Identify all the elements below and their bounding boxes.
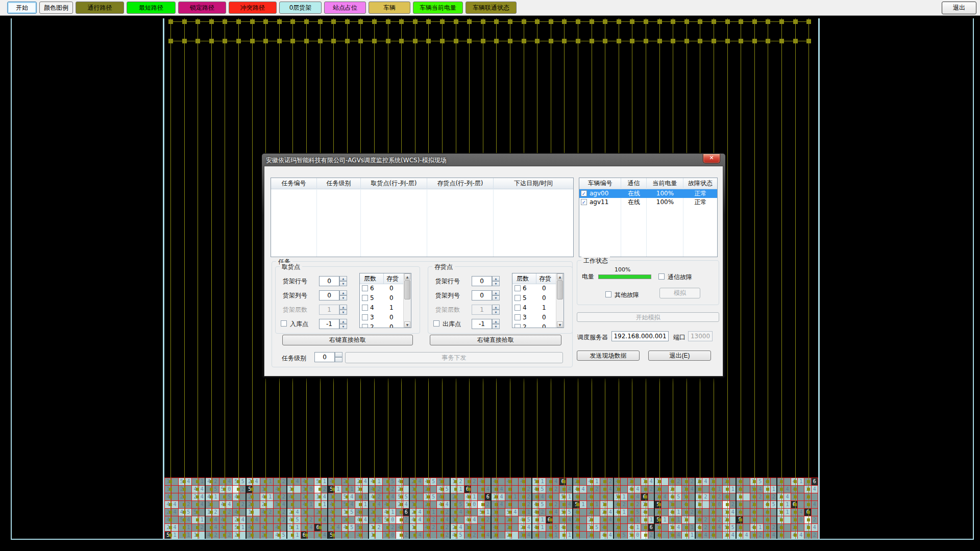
storage-cell[interactable]	[662, 478, 668, 485]
storage-cell[interactable]: 5	[553, 524, 559, 531]
storage-cell[interactable]: 2	[471, 478, 477, 485]
storage-cell[interactable]	[812, 493, 818, 500]
storage-cell[interactable]: 4	[798, 532, 804, 539]
storage-cell[interactable]	[430, 532, 436, 539]
storage-cell[interactable]: 2	[812, 516, 818, 523]
storage-cell[interactable]	[634, 478, 641, 485]
task-table-header-4[interactable]: 存货点(行-列-层)	[427, 178, 494, 189]
storage-cell[interactable]	[416, 524, 423, 531]
storage-cell[interactable]: 4	[716, 524, 722, 531]
storage-cell[interactable]	[743, 493, 749, 500]
shelf-data-grid[interactable]: 1541424552412445142244154244551224444514…	[164, 478, 818, 539]
storage-cell[interactable]	[675, 501, 681, 508]
storage-cell[interactable]	[784, 524, 790, 531]
storage-cell[interactable]: 4	[457, 509, 463, 516]
storage-cell[interactable]: 1	[294, 524, 300, 531]
storage-cell[interactable]: 2	[389, 524, 396, 531]
spin-up-icon[interactable]: ▲	[492, 276, 500, 281]
storage-cell[interactable]: 5	[539, 501, 545, 508]
storage-cell[interactable]	[716, 509, 722, 516]
storage-cell[interactable]	[784, 532, 790, 539]
pickup-list-row-4[interactable]: 41	[360, 303, 404, 313]
storage-cell[interactable]: 4	[553, 478, 559, 485]
storage-cell[interactable]: 4	[416, 516, 423, 523]
start-simulation-button[interactable]: 开始模拟	[577, 312, 719, 322]
storage-cell[interactable]: 1	[784, 501, 790, 508]
storage-cell[interactable]: 5	[226, 493, 232, 500]
storage-cell[interactable]	[743, 524, 749, 531]
storage-cell[interactable]: 1	[430, 509, 436, 516]
storage-cell[interactable]: 1	[376, 478, 382, 485]
storage-cell[interactable]: 1	[594, 478, 600, 485]
storage-cell[interactable]: 1	[349, 486, 355, 493]
storage-cell[interactable]: 2	[457, 478, 463, 485]
toolbar-button-11[interactable]: 车辆联通状态	[465, 2, 517, 14]
vehicle-table-header-3[interactable]: 当前电量	[647, 178, 683, 189]
storage-cell[interactable]	[267, 486, 273, 493]
other-fault-checkbox[interactable]	[605, 291, 611, 297]
toolbar-button-7[interactable]: 0层货架	[279, 2, 322, 14]
storage-cell[interactable]: 5	[634, 509, 641, 516]
storage-cell[interactable]: 2	[702, 524, 708, 531]
storage-cell[interactable]	[172, 493, 178, 500]
storage-cell[interactable]	[757, 516, 763, 523]
storage-cell[interactable]: 1	[675, 509, 681, 516]
storage-cell[interactable]: 5	[621, 532, 627, 539]
task-table-header-1[interactable]: 任务编号	[271, 178, 317, 189]
storage-cell[interactable]: 2	[430, 516, 436, 523]
storage-cell[interactable]: 2	[812, 532, 818, 539]
storage-cell[interactable]: 1	[594, 501, 600, 508]
storage-cell[interactable]	[594, 493, 600, 500]
spin-up-icon[interactable]	[335, 352, 342, 357]
storage-cell[interactable]: 1	[512, 493, 518, 500]
layer-checkbox[interactable]	[514, 314, 521, 320]
storage-cell[interactable]	[376, 532, 382, 539]
storage-cell[interactable]	[743, 501, 749, 508]
storage-cell[interactable]	[512, 501, 518, 508]
toolbar-button-2[interactable]: 颜色图例	[39, 2, 73, 14]
storage-cell[interactable]	[757, 501, 763, 508]
storage-cell[interactable]: 5	[757, 478, 763, 485]
storage-cell[interactable]: 4	[185, 478, 191, 485]
layer-checkbox[interactable]	[514, 285, 521, 291]
port-input[interactable]: 13000	[688, 331, 713, 341]
storage-cell[interactable]: 2	[376, 524, 382, 531]
storage-cell[interactable]	[716, 532, 722, 539]
storage-cell[interactable]	[389, 501, 396, 508]
storage-cell[interactable]: 4	[416, 509, 423, 516]
storage-cell[interactable]	[498, 524, 504, 531]
storage-cell[interactable]: 2	[539, 509, 545, 516]
storage-cell[interactable]: 1	[621, 493, 627, 500]
layer-checkbox[interactable]	[514, 305, 521, 311]
storage-cell[interactable]: 4	[349, 493, 355, 500]
storage-cell[interactable]: 4	[798, 509, 804, 516]
storage-cell[interactable]: 5	[294, 516, 300, 523]
storage-cell[interactable]: 2	[634, 501, 641, 508]
storage-cell[interactable]	[702, 486, 708, 493]
storage-cell[interactable]: 1	[634, 516, 641, 523]
storage-cell[interactable]	[267, 524, 273, 531]
storage-cell[interactable]	[498, 532, 504, 539]
toolbar-button-8[interactable]: 站点占位	[324, 2, 366, 14]
storage-cell[interactable]	[185, 493, 191, 500]
storage-cell[interactable]	[267, 501, 273, 508]
storage-cell[interactable]	[594, 516, 600, 523]
toolbar-button-1[interactable]: 开始	[7, 2, 37, 14]
spin-up-icon[interactable]: ▲	[492, 305, 500, 310]
storage-cell[interactable]: 5	[349, 509, 355, 516]
storage-cell[interactable]	[798, 501, 804, 508]
storage-cell[interactable]: 1	[621, 509, 627, 516]
storage-list-row-5[interactable]: 50	[512, 293, 556, 303]
storage-cell[interactable]: 4	[498, 501, 504, 508]
spin-up-icon[interactable]: ▲	[339, 319, 347, 324]
storage-cell[interactable]: 1	[471, 493, 477, 500]
storage-cell[interactable]	[253, 532, 259, 539]
storage-cell[interactable]: 1	[457, 486, 463, 493]
storage-cell[interactable]: 5	[376, 516, 382, 523]
storage-cell[interactable]: 2	[185, 501, 191, 508]
storage-cell[interactable]: 1	[172, 532, 178, 539]
storage-cell[interactable]	[580, 493, 586, 500]
storage-cell[interactable]: 4	[294, 478, 300, 485]
storage-layer-list[interactable]: 层数存货6050413020▲▼	[512, 273, 564, 328]
storage-cell[interactable]	[212, 501, 218, 508]
